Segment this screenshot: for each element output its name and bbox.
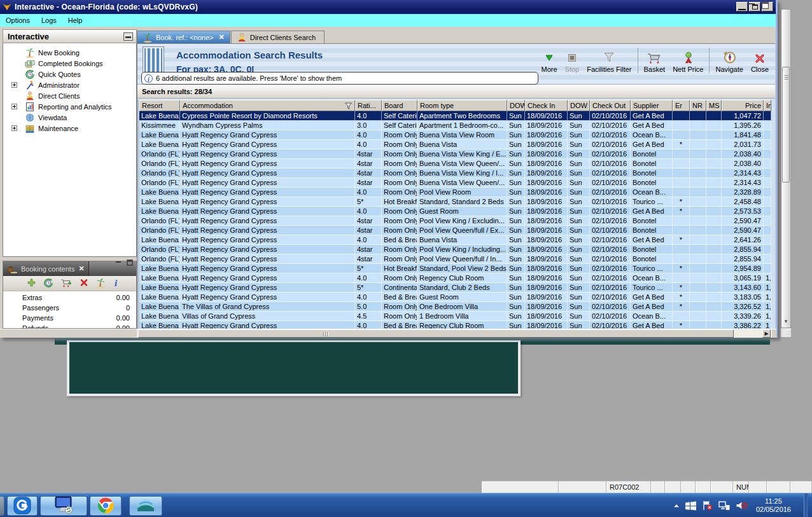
- result-row[interactable]: Orlando (FL)Hyatt Regency Grand Cypress4…: [139, 178, 771, 188]
- taskbar-app-interactive[interactable]: [129, 496, 162, 516]
- result-row[interactable]: Lake Buena...Hyatt Regency Grand Cypress…: [139, 140, 771, 149]
- taskbar-app-g[interactable]: [7, 496, 38, 516]
- network-icon[interactable]: [718, 500, 730, 511]
- sidebar-item-maintenance[interactable]: Maintenance: [3, 123, 136, 134]
- toolbar-button-basket[interactable]: Basket: [640, 50, 669, 73]
- column-header-check-in[interactable]: Check In: [525, 100, 568, 111]
- booking-toolbar-info-button[interactable]: i: [113, 278, 119, 289]
- column-header-er[interactable]: Er: [673, 100, 690, 111]
- result-row[interactable]: Lake Buena...Hyatt Regency Grand Cypress…: [139, 188, 771, 197]
- column-header-check-out[interactable]: Check Out: [590, 100, 631, 111]
- result-row[interactable]: Lake Buena...Hyatt Regency Grand Cypress…: [139, 130, 771, 140]
- result-row[interactable]: Lake Buena...Hyatt Regency Grand Cypress…: [139, 283, 771, 293]
- scroll-down-arrow-icon[interactable]: ▼: [782, 317, 790, 326]
- toolbar-button-navigate[interactable]: Navigate: [711, 50, 746, 73]
- result-row[interactable]: Lake Buena...Hyatt Regency Grand Cypress…: [139, 235, 771, 245]
- column-header-ms[interactable]: MS: [706, 100, 722, 111]
- expand-plus-icon[interactable]: [11, 125, 17, 131]
- panel-maximize-icon[interactable]: [761, 1, 769, 11]
- result-row[interactable]: KissimmeeWyndham Cypress Palms3.0Self Ca…: [139, 121, 771, 130]
- sidebar-item-direct-clients[interactable]: Direct Clients: [3, 90, 136, 101]
- volume-muted-icon[interactable]: [736, 500, 748, 511]
- result-row[interactable]: Lake Buena...Hyatt Regency Grand Cypress…: [139, 207, 771, 216]
- panel-minimize-icon[interactable]: [748, 1, 756, 11]
- booking-toolbar-basket-transfer-button[interactable]: [60, 278, 73, 289]
- windows-flag-icon[interactable]: [685, 501, 696, 511]
- booking-contents-tab[interactable]: Booking contents ✕: [3, 261, 89, 276]
- hidden-icons-arrow-icon[interactable]: [673, 503, 680, 508]
- system-tray: 11:25 02/05/2016: [673, 493, 812, 517]
- tab-booking-ref[interactable]: Book. ref.: <none>✕: [137, 31, 230, 43]
- column-header-inc[interactable]: Inc: [764, 100, 771, 111]
- status-cell-r07c002: R07C002: [606, 481, 651, 493]
- result-row[interactable]: Lake Buena...Hyatt Regency Grand Cypress…: [139, 273, 771, 283]
- booking-panel-maximize-icon[interactable]: [126, 259, 134, 268]
- result-row[interactable]: Lake Buena...Hyatt Regency Grand Cypress…: [139, 293, 771, 302]
- result-row[interactable]: Orlando (FL)Hyatt Regency Grand Cypress4…: [139, 245, 771, 254]
- background-scrollbar[interactable]: ▼: [781, 9, 791, 328]
- result-row[interactable]: Lake Buena...Hyatt Regency Grand Cypress…: [139, 264, 771, 273]
- toolbar-button-close[interactable]: Close: [747, 50, 773, 73]
- expand-plus-icon[interactable]: [11, 82, 17, 88]
- booking-panel-minimize-icon[interactable]: [115, 259, 122, 268]
- toolbar-button-facilities-filter[interactable]: Facilities Filter: [583, 50, 635, 73]
- booking-contents-close-icon[interactable]: ✕: [78, 265, 84, 273]
- table-horizontal-scrollbar[interactable]: ▶: [137, 329, 772, 338]
- result-row[interactable]: Lake Buena...Cypress Pointe Resort by Di…: [139, 111, 771, 121]
- sidebar-collapse-button[interactable]: ▬: [123, 32, 133, 41]
- sidebar-item-viewdata[interactable]: Viewdata: [3, 112, 136, 123]
- sidebar-item-new-booking[interactable]: New Booking: [3, 47, 136, 58]
- column-header-dow[interactable]: DOW: [507, 100, 525, 111]
- status-cell: [681, 481, 696, 493]
- column-header-price[interactable]: Price: [722, 100, 764, 111]
- sidebar-item-completed-bookings[interactable]: Completed Bookings: [3, 58, 136, 69]
- booking-toolbar-quote-clock-button[interactable]: [43, 278, 53, 289]
- toolbar-button-more[interactable]: More: [538, 50, 561, 73]
- background-scrollbar-thumb[interactable]: [782, 67, 790, 183]
- sidebar-item-quick-quotes[interactable]: Quick Quotes: [3, 69, 136, 79]
- show-desktop-button[interactable]: [804, 493, 808, 517]
- column-header-nr[interactable]: NR: [690, 100, 706, 111]
- tab-close-icon[interactable]: ✕: [219, 33, 225, 41]
- column-header-room-type[interactable]: Room type: [417, 100, 507, 111]
- expand-plus-icon[interactable]: [11, 104, 17, 109]
- column-header-resort[interactable]: Resort: [139, 100, 180, 111]
- result-row[interactable]: Lake Buena...Hyatt Regency Grand Cypress…: [139, 197, 771, 207]
- toolbar-button-nett-price[interactable]: Nett Price: [669, 50, 707, 73]
- booking-toolbar-delete-button[interactable]: [80, 279, 88, 289]
- column-header-supplier[interactable]: Supplier: [631, 100, 673, 111]
- result-row[interactable]: Lake Buena...The Villas of Grand Cypress…: [139, 302, 771, 312]
- booking-toolbar-add-button[interactable]: [27, 278, 36, 289]
- hscroll-thumb[interactable]: [138, 329, 734, 338]
- minimize-button[interactable]: [736, 2, 748, 11]
- column-header-dow[interactable]: DOW: [568, 100, 590, 111]
- result-row[interactable]: Orlando (FL)Hyatt Regency Grand Cypress4…: [139, 159, 771, 169]
- booking-toolbar-holiday-button[interactable]: [95, 278, 106, 289]
- tab-direct-clients-search[interactable]: Direct Clients Search: [231, 31, 325, 43]
- action-center-flag-icon[interactable]: [702, 500, 713, 511]
- result-row[interactable]: Lake Buena...Villas of Grand Cypress4.5R…: [139, 312, 771, 321]
- result-row[interactable]: Orlando (FL)Hyatt Regency Grand Cypress4…: [139, 169, 771, 178]
- result-row[interactable]: Lake Buena...Hyatt Regency Grand Cypress…: [139, 321, 771, 329]
- taskbar-app-chrome[interactable]: [90, 496, 122, 516]
- title-bar[interactable]: Interactive - Ocean-Florida (code: wLsQV…: [0, 0, 776, 14]
- sidebar-item-reporting-and-analytics[interactable]: Reporting and Analytics: [3, 101, 136, 112]
- result-row[interactable]: Orlando (FL)Hyatt Regency Grand Cypress4…: [139, 149, 771, 159]
- column-header-board[interactable]: Board: [382, 100, 417, 111]
- filter-funnel-icon[interactable]: [344, 102, 353, 111]
- column-header-accommodation[interactable]: Accommodation: [180, 100, 355, 111]
- toolbar-button-stop[interactable]: Stop: [561, 50, 584, 73]
- menu-item-help[interactable]: Help: [62, 14, 88, 27]
- background-terminal-window[interactable]: [67, 340, 521, 396]
- result-row[interactable]: Orlando (FL)Hyatt Regency Grand Cypress4…: [139, 216, 771, 226]
- menu-item-options[interactable]: Options: [0, 14, 36, 27]
- menu-item-logs[interactable]: Logs: [36, 14, 62, 27]
- taskbar-clock[interactable]: 11:25 02/05/2016: [753, 497, 796, 514]
- column-header-rati-[interactable]: Rati...: [355, 100, 382, 111]
- result-row[interactable]: Orlando (FL)Hyatt Regency Grand Cypress4…: [139, 226, 771, 235]
- taskbar-app-partial[interactable]: [0, 496, 4, 516]
- sidebar-item-administrator[interactable]: Administrator: [3, 79, 136, 90]
- result-row[interactable]: Orlando (FL)Hyatt Regency Grand Cypress4…: [139, 254, 771, 264]
- scroll-right-arrow-icon[interactable]: ▶: [762, 329, 771, 338]
- taskbar-app-remote-desktop[interactable]: [40, 496, 87, 516]
